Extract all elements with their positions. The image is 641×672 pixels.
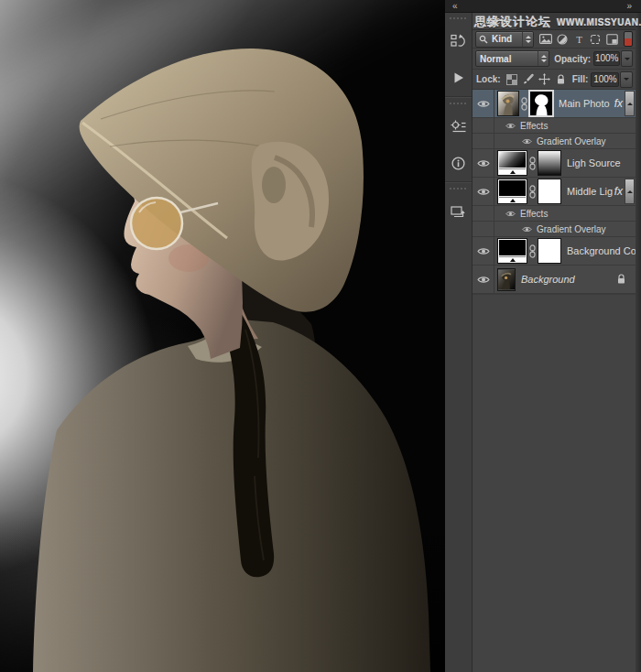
row-ligh-source[interactable]: Ligh Source: [473, 149, 636, 178]
row-background-color[interactable]: Background Color: [473, 237, 636, 266]
filter-icon-buttons: T: [538, 32, 619, 46]
lock-transparent-pixels-icon[interactable]: [505, 73, 518, 86]
fx-collapse-button[interactable]: [625, 179, 635, 204]
fx-badge: fx: [614, 185, 623, 198]
layer-visibility-toggle[interactable]: [473, 90, 494, 117]
adjustments-icon: [451, 120, 466, 133]
history-panel-button[interactable]: [445, 23, 472, 60]
layer-name-label: Ligh Source: [567, 157, 636, 168]
layer-thumbnail[interactable]: [498, 92, 518, 115]
watermark-cjk-text: 思缘设计论坛: [474, 15, 551, 28]
actions-panel-button[interactable]: [445, 60, 472, 96]
layer-visibility-toggle[interactable]: [473, 134, 494, 148]
opacity-dropdown-button[interactable]: [621, 50, 633, 67]
layer-lock-icon: [616, 274, 626, 285]
effect-visibility-toggle[interactable]: [522, 226, 532, 233]
fill-dropdown-button[interactable]: [620, 71, 633, 88]
blend-opacity-row: Normal Opacity: 100%: [473, 49, 636, 70]
filter-type-layers-icon[interactable]: T: [571, 32, 586, 46]
hat-bow-knot: [262, 167, 286, 203]
lock-all-icon[interactable]: [555, 73, 568, 86]
layer-mask-thumbnail[interactable]: [530, 92, 552, 115]
info-panel-button[interactable]: [445, 145, 472, 181]
lock-label: Lock:: [476, 74, 501, 84]
layer-mask-thumbnail[interactable]: [538, 239, 560, 263]
layer-name-label: Background Color: [567, 245, 636, 256]
layer-visibility-toggle[interactable]: [473, 149, 494, 177]
filter-smart-objects-icon[interactable]: [604, 32, 619, 46]
layer-name-label: Main Photo: [559, 98, 613, 109]
effect-visibility-toggle[interactable]: [522, 138, 532, 145]
portrait-figure: [0, 0, 445, 672]
eye-icon: [477, 247, 490, 255]
fill-value-field[interactable]: 100%: [591, 72, 619, 87]
panel-tab-bar: Layers 思缘设计论坛 WWW.MISSYUAN.COM: [473, 13, 636, 30]
blend-mode-value: Normal: [476, 54, 538, 64]
up-down-stepper-icon: [522, 32, 533, 47]
layer-name-label: Background: [521, 274, 613, 285]
eye-icon: [477, 159, 490, 168]
link-icon[interactable]: [528, 244, 537, 258]
row-middle-light[interactable]: Middle Lightfx: [473, 178, 636, 206]
layer-filter-row: Kind T: [473, 30, 636, 49]
layers-list: Main PhotofxEffectsGradient OverlayLigh …: [473, 90, 636, 672]
adjustments-panel-button[interactable]: [445, 108, 472, 145]
row-gradient-overlay-6[interactable]: Gradient Overlay: [473, 222, 636, 237]
dock-group-separator: [445, 181, 472, 183]
link-icon[interactable]: [528, 157, 537, 170]
fill-layer-thumbnail[interactable]: [498, 179, 527, 203]
lock-fill-row: Lock: Fill: 100%: [473, 70, 636, 90]
layer-thumbnail[interactable]: [498, 269, 515, 290]
effects-group-label: Effects: [520, 209, 548, 219]
fill-preview: [499, 240, 526, 255]
row-effects[interactable]: Effects: [473, 206, 636, 222]
row-gradient-overlay-2[interactable]: Gradient Overlay: [473, 134, 636, 149]
coat: [33, 319, 430, 672]
fx-collapse-button[interactable]: [625, 91, 635, 116]
filter-pixel-layers-icon[interactable]: [538, 32, 553, 46]
eye-icon: [477, 276, 490, 284]
link-icon[interactable]: [528, 185, 537, 199]
eye-icon: [477, 188, 490, 196]
eye-icon: [477, 100, 490, 108]
row-main-photo[interactable]: Main Photofx: [473, 90, 636, 118]
layer-filtering-switch[interactable]: [624, 31, 633, 47]
filter-shape-layers-icon[interactable]: [588, 32, 603, 46]
panel-dock: [445, 13, 473, 672]
effect-visibility-toggle[interactable]: [505, 211, 516, 217]
layer-visibility-toggle[interactable]: [473, 206, 494, 221]
lock-position-icon[interactable]: [538, 73, 551, 86]
layer-visibility-toggle[interactable]: [473, 222, 494, 236]
layers-list-empty-area: [473, 294, 636, 672]
blend-mode-dropdown[interactable]: Normal: [475, 50, 549, 67]
layer-visibility-toggle[interactable]: [473, 118, 494, 133]
layer-visibility-toggle[interactable]: [473, 237, 494, 265]
watermark-url-text: WWW.MISSYUAN.COM: [557, 17, 641, 27]
layer-mask-thumbnail[interactable]: [538, 151, 560, 175]
effect-visibility-toggle[interactable]: [505, 123, 516, 129]
collapse-dock-icon[interactable]: «: [452, 0, 458, 12]
collapse-panel-icon[interactable]: »: [626, 0, 632, 12]
right-dock-area: « » Layers 思缘设计论坛 WWW.MISSYUAN.COM Kind: [445, 0, 641, 672]
actions-icon: [452, 71, 465, 84]
site-watermark: 思缘设计论坛 WWW.MISSYUAN.COM: [474, 14, 636, 30]
glasses-lens: [131, 198, 182, 249]
link-icon[interactable]: [520, 97, 528, 111]
filter-kind-dropdown[interactable]: Kind: [475, 31, 534, 48]
layer-comps-panel-button[interactable]: [445, 193, 472, 230]
fill-layer-thumbnail[interactable]: [498, 239, 527, 263]
layer-mask-thumbnail[interactable]: [538, 179, 560, 203]
document-canvas[interactable]: [0, 0, 445, 672]
lock-icon-buttons: [505, 73, 568, 86]
layer-row-background[interactable]: Background: [473, 266, 636, 294]
filter-adjustment-layers-icon[interactable]: [555, 32, 570, 46]
layer-visibility-toggle[interactable]: [473, 178, 494, 205]
effect-name-label: Gradient Overlay: [537, 224, 606, 234]
layers-panel: Layers 思缘设计论坛 WWW.MISSYUAN.COM Kind T: [473, 13, 636, 672]
fill-label: Fill:: [572, 74, 589, 84]
row-effects[interactable]: Effects: [473, 118, 636, 134]
lock-image-pixels-icon[interactable]: [522, 73, 535, 86]
layer-visibility-toggle[interactable]: [473, 266, 494, 293]
fill-layer-thumbnail[interactable]: [498, 151, 527, 175]
opacity-value-field[interactable]: 100%: [593, 51, 620, 66]
